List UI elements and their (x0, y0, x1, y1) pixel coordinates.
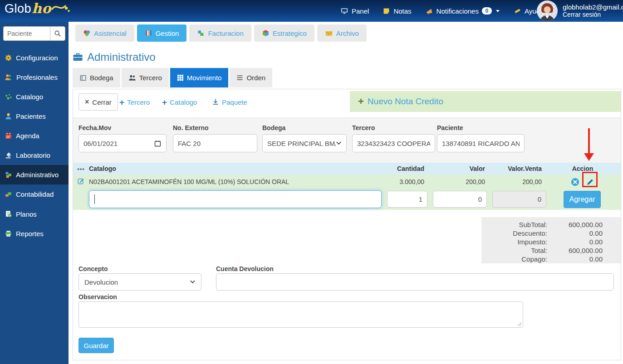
catalogo-add-button[interactable]: + Catalogo (162, 93, 197, 111)
blocks-icon (5, 171, 12, 179)
cerrar-button[interactable]: × Cerrar (78, 93, 118, 111)
sidebar-item-planos[interactable]: Planos (0, 204, 69, 224)
sidebar-search (3, 26, 65, 41)
concepto-select[interactable]: Devolucion (78, 273, 201, 291)
main-content: Asistencial Gestion Facturacion (69, 22, 623, 364)
tab-label: Gestion (156, 29, 179, 37)
search-button[interactable] (50, 26, 65, 41)
sidebar-item-pacientes[interactable]: Pacientes (0, 107, 69, 126)
header-valor: Valor (427, 165, 488, 172)
sidebar-item-agenda[interactable]: Agenda (0, 126, 69, 146)
blocks-icon (197, 29, 205, 37)
subtab-bodega[interactable]: Bodega (73, 68, 120, 87)
sidebar-item-laboratorio[interactable]: Laboratorio (0, 146, 69, 165)
search-input[interactable] (3, 26, 50, 41)
movimiento-panel: × Cerrar + Tercero + Catalogo Paquete (73, 89, 621, 360)
sidebar: Configuracion Profesionales Catalogo (0, 22, 69, 364)
sidebar-item-configuracion[interactable]: Configuracion (0, 48, 69, 68)
nav-notas[interactable]: Notas (383, 7, 411, 15)
header-valor-venta: Valor.Venta (488, 165, 545, 172)
table-row: N02BA001201 ACETAMINOFÉN 100 MG/ML (10%)… (73, 175, 621, 189)
app-window: Globho Panel Notas (0, 0, 623, 364)
user-email: globholab2@gmail.com (563, 3, 623, 11)
tab-facturacion[interactable]: Facturacion (189, 24, 251, 42)
chevron-down-icon (496, 10, 500, 12)
gear-icon (5, 54, 12, 62)
row-options-icon[interactable]: ••• (73, 165, 89, 172)
bodega-label: Bodega (262, 124, 285, 131)
header-catalogo: Catalogo (89, 165, 368, 172)
header-cantidad: Cantidad (368, 165, 427, 172)
tab-asistencial[interactable]: Asistencial (75, 24, 134, 42)
descuento-value: 0.00 (547, 229, 603, 237)
tab-estrategico[interactable]: Estrategico (254, 24, 314, 42)
nav-panel[interactable]: Panel (340, 7, 369, 15)
calendar-picker-icon[interactable] (154, 140, 162, 147)
observacion-textarea[interactable] (78, 301, 523, 328)
subtab-tercero[interactable]: Tercero (122, 68, 169, 87)
sidebar-item-label: Agenda (16, 132, 39, 140)
subtab-movimiento[interactable]: Movimiento (170, 68, 229, 87)
guardar-button[interactable]: Guardar (78, 338, 114, 353)
subtab-orden[interactable]: Orden (230, 68, 272, 87)
app-logo[interactable]: Globho (5, 2, 70, 18)
header-accion: Accion (545, 165, 621, 172)
tab-label: Archivo (336, 29, 359, 37)
nav-notificaciones[interactable]: Notificaciones 0 (425, 7, 500, 15)
bodega-value: SEDE PRINCIPAL BMA (267, 140, 336, 147)
sidebar-item-profesionales[interactable]: Profesionales (0, 68, 69, 87)
nueva-nota-credito-banner[interactable]: + Nuevo Nota Credito (350, 91, 621, 112)
paciente-input[interactable]: 138740891 RICARDO AND (437, 134, 525, 152)
cerrar-label: Cerrar (92, 98, 112, 106)
tercero-input[interactable]: 3234323423 COOPERATIV (352, 134, 435, 152)
agregar-button[interactable]: Agregar (564, 191, 601, 208)
copago-value: 0.00 (547, 255, 603, 263)
logout-link[interactable]: Cerrar sesión (563, 11, 623, 19)
text-cursor (94, 194, 95, 204)
close-icon: × (85, 98, 89, 106)
user-avatar[interactable] (537, 0, 558, 21)
chevron-down-icon (336, 141, 342, 146)
sidebar-item-contabilidad[interactable]: Contabilidad (0, 184, 69, 204)
user-info: globholab2@gmail.com Cerrar sesión (563, 3, 623, 19)
cuenta-devolucion-input[interactable] (216, 273, 614, 291)
subtab-label: Bodega (90, 74, 113, 82)
cell-valor-venta: 200,00 (488, 178, 545, 185)
tercero-add-button[interactable]: + Tercero (119, 93, 150, 111)
no-externo-input[interactable]: FAC 20 (173, 134, 257, 152)
sub-tabs: Bodega Tercero Movimiento (73, 68, 272, 87)
catalogo-search-input[interactable] (89, 190, 382, 208)
sidebar-item-label: Pacientes (16, 112, 46, 120)
chevron-down-icon (190, 280, 196, 284)
paquete-button[interactable]: Paquete (212, 93, 247, 111)
sidebar-item-reportes[interactable]: Reportes (0, 224, 69, 243)
tercero-add-label: Tercero (127, 98, 150, 106)
total-value: 600,000.00 (547, 247, 603, 254)
row-edit-button[interactable] (73, 177, 89, 186)
cube-icon (262, 29, 270, 37)
tab-archivo[interactable]: Archivo (317, 24, 367, 42)
paquete-label: Paquete (222, 98, 247, 106)
tab-gestion[interactable]: Gestion (137, 24, 187, 42)
cantidad-input[interactable] (387, 191, 427, 208)
remove-circle-icon[interactable] (571, 178, 579, 186)
page-title: Administrativo (73, 51, 156, 63)
sidebar-item-catalogo[interactable]: Catalogo (0, 87, 69, 107)
resize-handle-icon[interactable] (517, 322, 522, 326)
valor-input[interactable] (433, 191, 487, 208)
bodega-select[interactable]: SEDE PRINCIPAL BMA (262, 134, 347, 152)
books-icon (145, 29, 152, 37)
download-icon (212, 98, 219, 106)
envelope-icon (325, 30, 333, 37)
document-check-icon (5, 210, 12, 218)
paciente-value: 138740891 RICARDO AND (442, 140, 520, 147)
externo-label: No. Externo (173, 124, 209, 131)
fecha-mov-input[interactable]: 06/01/2021 (78, 134, 167, 152)
annotation-arrow (588, 128, 590, 154)
module-tabs: Asistencial Gestion Facturacion (75, 24, 367, 42)
movement-form: Fecha.Mov No. Externo Bodega Tercero Pac… (73, 117, 621, 163)
sidebar-item-label: Administrativo (16, 171, 59, 179)
sidebar-item-label: Configuracion (16, 54, 58, 62)
cell-cantidad: 3.000,00 (368, 178, 427, 185)
sidebar-item-administrativo[interactable]: Administrativo (0, 165, 69, 184)
